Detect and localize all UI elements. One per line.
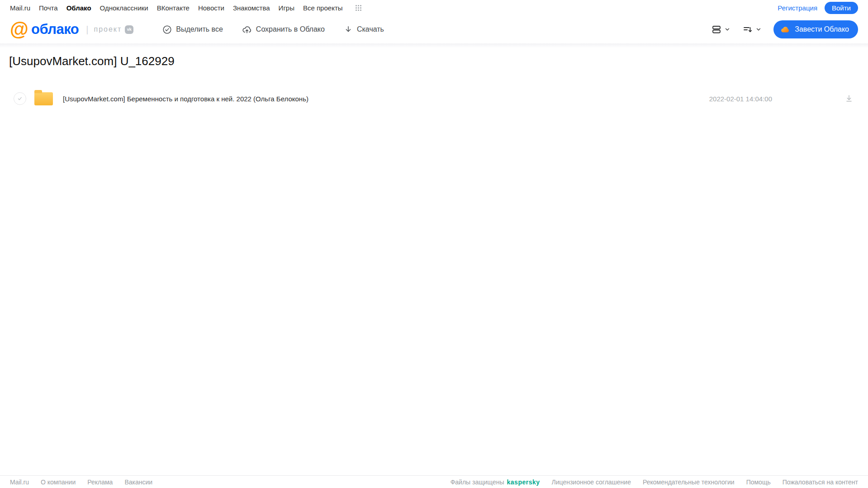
nav-mailru[interactable]: Mail.ru — [10, 4, 30, 12]
select-all-label: Выделить все — [176, 25, 223, 33]
chevron-down-icon — [724, 26, 730, 33]
chevron-down-icon — [755, 26, 762, 33]
footer-license-link[interactable]: Лицензионное соглашение — [552, 479, 631, 486]
cloud-upload-icon — [242, 24, 252, 34]
project-label: проект — [94, 25, 122, 33]
header-divider — [0, 43, 868, 48]
download-button[interactable]: Скачать — [344, 25, 384, 34]
file-date: 2022-02-01 14:04:00 — [709, 95, 772, 103]
footer-help-link[interactable]: Помощь — [746, 479, 771, 486]
file-toolbar: Выделить все Сохранить в Облако Скачать — [162, 24, 384, 34]
kaspersky-protection: Файлы защищены kaspersky — [451, 479, 540, 486]
download-label: Скачать — [357, 25, 384, 33]
header: @ облако | проект vk Выделить все Сохран… — [0, 15, 868, 43]
cloud-logo[interactable]: @ облако | проект vk — [10, 20, 133, 38]
footer-mailru-link[interactable]: Mail.ru — [10, 479, 29, 486]
file-row[interactable]: [UsupovMarket.com] Беременность и подгот… — [9, 89, 859, 109]
vk-badge-icon: vk — [125, 25, 133, 34]
list-view-icon — [711, 24, 722, 35]
portal-nav-links: Mail.ru Почта Облако Одноклассники ВКонт… — [10, 4, 362, 12]
folder-icon — [34, 92, 53, 105]
footer-jobs-link[interactable]: Вакансии — [124, 479, 152, 486]
kaspersky-link[interactable]: kaspersky — [507, 479, 540, 486]
logo-text: облако — [31, 21, 79, 38]
footer: Mail.ru О компании Реклама Вакансии Файл… — [0, 475, 868, 488]
footer-report-content-link[interactable]: Пожаловаться на контент — [783, 479, 858, 486]
cloud-logo-icon — [780, 24, 791, 35]
row-checkbox[interactable] — [14, 92, 26, 105]
footer-recommend-tech-link[interactable]: Рекомендательные технологии — [643, 479, 735, 486]
footer-ads-link[interactable]: Реклама — [87, 479, 113, 486]
save-to-cloud-button[interactable]: Сохранить в Облако — [242, 24, 325, 34]
file-name-link[interactable]: [UsupovMarket.com] Беременность и подгот… — [63, 95, 308, 103]
download-icon — [344, 25, 353, 34]
sort-icon — [742, 24, 753, 35]
footer-left-links: Mail.ru О компании Реклама Вакансии — [10, 479, 152, 486]
files-protected-label: Файлы защищены — [451, 479, 504, 486]
footer-about-link[interactable]: О компании — [41, 479, 76, 486]
row-download-icon[interactable] — [844, 94, 854, 103]
nav-vkontakte[interactable]: ВКонтакте — [157, 4, 190, 12]
nav-odnoklassniki[interactable]: Одноклассники — [100, 4, 148, 12]
view-mode-selector[interactable] — [711, 24, 730, 35]
page-title: [UsupovMarket.com] U_162929 — [9, 54, 175, 68]
nav-oblako[interactable]: Облако — [66, 4, 91, 12]
mailru-at-icon: @ — [10, 20, 28, 38]
nav-znakomstva[interactable]: Знакомства — [233, 4, 270, 12]
save-to-cloud-label: Сохранить в Облако — [256, 25, 325, 33]
nav-igry[interactable]: Игры — [279, 4, 294, 12]
login-button[interactable]: Войти — [825, 2, 858, 14]
nav-vse-proekty[interactable]: Все проекты — [303, 4, 343, 12]
registration-link[interactable]: Регистрация — [778, 4, 817, 12]
footer-right-links: Файлы защищены kaspersky Лицензионное со… — [451, 479, 858, 486]
check-circle-icon — [162, 25, 172, 34]
get-cloud-label: Завести Облако — [795, 25, 849, 33]
nav-pochta[interactable]: Почта — [39, 4, 58, 12]
all-projects-grid-icon[interactable] — [355, 5, 362, 11]
header-controls: Завести Облако — [711, 20, 858, 38]
select-all-button[interactable]: Выделить все — [162, 25, 223, 34]
portal-nav: Mail.ru Почта Облако Одноклассники ВКонт… — [0, 0, 868, 15]
nav-novosti[interactable]: Новости — [198, 4, 224, 12]
sort-selector[interactable] — [742, 24, 762, 35]
logo-divider: | — [86, 24, 88, 35]
get-cloud-button[interactable]: Завести Облако — [773, 20, 858, 38]
